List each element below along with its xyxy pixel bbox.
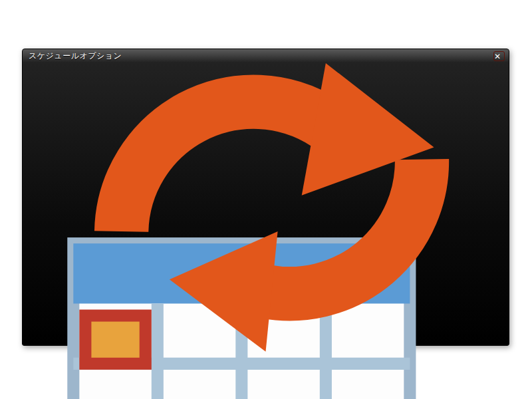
- dialog-title: スケジュールオプション: [29, 51, 493, 62]
- close-icon[interactable]: ✕: [493, 51, 505, 61]
- title-bar[interactable]: スケジュールオプション ✕: [25, 49, 506, 63]
- schedule-calendar-icon: [25, 63, 506, 399]
- dialog-content: ジョブ名 スケジュールするジョブの選択 スケジュール情報 スケジュールタイプ 月…: [25, 63, 506, 399]
- schedule-options-dialog: スケジュールオプション ✕ ジョブ名 スケジュールするジョブの選択 スケジュール…: [22, 49, 509, 346]
